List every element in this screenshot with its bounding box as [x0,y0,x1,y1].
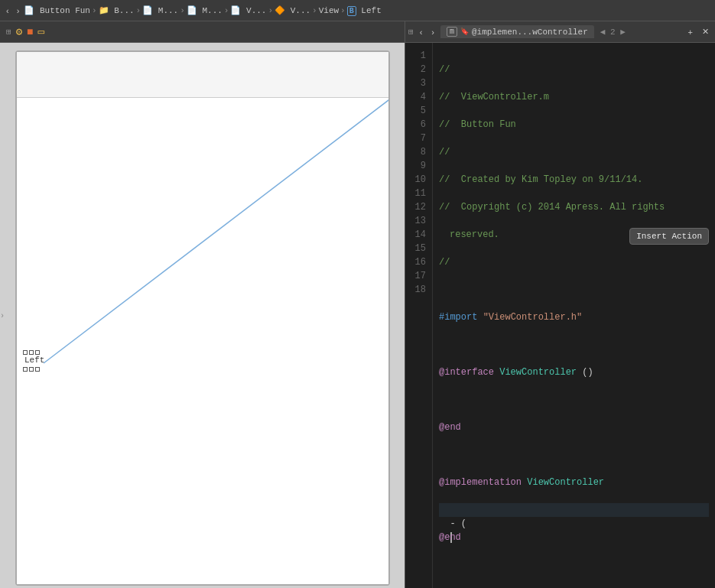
breadcrumb-sep-5: › [268,6,273,15]
connection-line-svg [17,98,388,584]
handle-row-bottom [23,367,40,372]
ln-18: 18 [408,283,426,297]
ln-14: 14 [408,228,426,242]
breadcrumb-sep-1: › [92,6,97,15]
editor-toolbar: ⊞ ‹ › m 🔖 @implemen...wController ◀ 2 ▶ … [405,21,715,43]
handle-row-top [23,350,40,355]
editor-back-button[interactable]: ‹ [417,26,426,38]
phone-top-bar [17,52,388,98]
code-line-14 [439,448,709,462]
line-numbers: 1 2 3 4 5 6 7 8 9 10 11 12 13 14 15 16 1 [405,43,433,588]
handle-tl [23,350,28,355]
ln-16: 16 [408,255,426,269]
ln-10: 10 [408,173,426,187]
code-line-1: // [439,63,709,76]
code-line-10 [439,338,709,352]
handle-tc [29,350,34,355]
grid-icon: ⊞ [6,27,11,37]
editor-grid-icon: ⊞ [408,27,414,37]
add-editor-button[interactable]: + [685,26,696,38]
breadcrumb-sep-3: › [180,6,185,15]
breadcrumb: 📄 Button Fun › 📁 B... › 📄 M... › 📄 M... … [24,5,712,15]
phone-content: Left [17,98,388,584]
breadcrumb-item-4[interactable]: 📄 M... [187,5,223,15]
settings-icon[interactable]: ⚙ [16,25,22,38]
ln-4: 4 [408,90,426,104]
breadcrumb-item-6[interactable]: 🔶 V... [275,5,310,15]
breadcrumb-item-view[interactable]: View [319,6,339,15]
code-lines: 1 2 3 4 5 6 7 8 9 10 11 12 13 14 15 16 1 [405,43,715,588]
code-line-13: @end [439,421,709,434]
code-line-6: // Copyright (c) 2014 Apress. All rights [439,200,709,214]
code-line-9: #import "ViewController.h" [439,310,709,324]
ln-8: 8 [408,145,426,159]
breadcrumb-item-3[interactable]: 📄 M... [142,5,178,15]
code-line-5: // Created by Kim Topley on 9/11/14. [439,173,709,187]
insert-action-tooltip: Insert Action [629,228,709,245]
code-content[interactable]: // // ViewController.m // Button Fun // … [433,43,715,588]
ln-11: 11 [408,187,426,200]
svg-line-0 [44,98,388,363]
close-editor-button[interactable]: ✕ [699,25,712,38]
code-line-11: @interface ViewController () [439,365,709,379]
tab-filename: @implemen...wController [472,28,588,37]
ln-6: 6 [408,118,426,132]
main-layout: ⊞ ⚙ ■ ▭ [0,21,715,588]
ln-17: 17 [408,269,426,283]
right-panel: ⊞ ‹ › m 🔖 @implemen...wController ◀ 2 ▶ … [405,21,715,588]
code-line-7: // [439,255,709,269]
button-text-label: Left [24,356,44,365]
ln-5: 5 [408,104,426,118]
handle-bl [23,367,28,372]
insert-action-text: Insert Action [636,232,702,241]
cube-icon[interactable]: ■ [27,26,33,38]
ln-1: 1 [408,49,426,63]
nav-back-button[interactable]: ‹ [3,5,12,17]
code-line-2: // ViewController.m [439,90,709,104]
breadcrumb-item-2[interactable]: 📁 B... [99,5,135,15]
breadcrumb-item-1[interactable]: 📄 Button Fun [24,5,90,15]
storyboard-bg: Left [0,43,405,588]
breadcrumb-sep-4: › [224,6,229,15]
tab-letter-icon: m [447,27,457,37]
code-line-8 [439,283,709,297]
ln-15: 15 [408,242,426,255]
breadcrumb-sep-7: › [340,6,346,15]
ln-3: 3 [408,76,426,90]
canvas-area: Left [0,43,405,588]
code-line-18 [439,558,709,572]
code-line-17: @end [439,531,709,544]
nav-forward-button[interactable]: › [14,5,23,17]
code-line-4: // [439,145,709,159]
code-line-12 [439,393,709,407]
top-toolbar: ‹ › 📄 Button Fun › 📁 B... › 📄 M... › 📄 M… [0,0,715,21]
breadcrumb-item-bleft[interactable]: B Left [347,6,382,15]
editor-forward-button[interactable]: › [428,26,437,38]
left-strip-arrow: › [0,312,5,320]
code-editor[interactable]: 1 2 3 4 5 6 7 8 9 10 11 12 13 14 15 16 1 [405,43,715,588]
handle-tr [35,350,40,355]
ln-12: 12 [408,200,426,214]
related-files-btn[interactable]: ◀ 2 ▶ [600,27,626,37]
code-line-15: @implementation ViewController [439,476,709,489]
ln-9: 9 [408,159,426,173]
handle-br [35,367,40,372]
breadcrumb-sep-2: › [136,6,141,15]
ln-13: 13 [408,214,426,228]
phone-mockup: Left [15,50,390,586]
code-line-3: // Button Fun [439,118,709,132]
code-line-16[interactable]: - ( [439,503,709,517]
ln-7: 7 [408,132,426,145]
left-panel: ⊞ ⚙ ■ ▭ [0,21,405,588]
vc-icon: 🔖 [460,28,469,36]
breadcrumb-item-5[interactable]: 📄 V... [230,5,266,15]
ln-2: 2 [408,63,426,76]
canvas-button-element[interactable]: Left [23,350,40,372]
left-panel-toolbar: ⊞ ⚙ ■ ▭ [0,21,405,43]
handle-bc [29,367,34,372]
editor-tab[interactable]: m 🔖 @implemen...wController [440,25,594,38]
rectangle-icon[interactable]: ▭ [37,25,44,38]
breadcrumb-sep-6: › [312,6,317,15]
